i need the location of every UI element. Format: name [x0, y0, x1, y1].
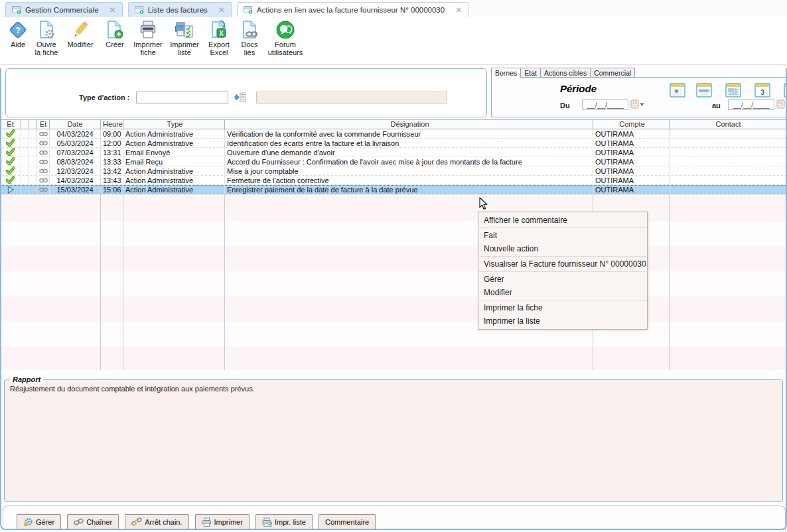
designation-cell: Identification des écarts entre la factu…	[225, 139, 593, 147]
context-menu-item[interactable]: Fait	[478, 229, 647, 242]
date-to-input[interactable]	[728, 100, 774, 110]
actions-table: Et Et Date Heure Type Désignation Compte…	[0, 119, 787, 370]
tab-label: Gestion Commerciale	[25, 6, 99, 14]
header-status[interactable]: Et	[0, 120, 21, 129]
table-row[interactable]: 15/03/2024 15:06 Action Administrative E…	[0, 185, 787, 194]
menu-separator	[479, 228, 646, 228]
header-designation[interactable]: Désignation	[225, 120, 593, 129]
user-forum-button[interactable]: Forum utilisateurs	[265, 19, 305, 57]
designation-cell: Enregistrer paiement de la date de factu…	[225, 185, 593, 194]
spacer-cell	[29, 148, 37, 157]
lookup-list-icon[interactable]	[234, 92, 246, 102]
button-label: Commentaire	[325, 518, 369, 526]
toolbar-label: Créer	[106, 41, 124, 49]
tab-actions-facture[interactable]: Actions en lien avec la facture fourniss…	[237, 2, 468, 17]
button-label: Gérer	[36, 518, 54, 526]
type-action-code-input[interactable]	[136, 92, 228, 103]
tab-close-icon[interactable]: ✕	[455, 6, 462, 14]
header-account[interactable]: Compte	[593, 120, 670, 129]
filter-panel: Type d'action :	[5, 68, 487, 117]
link-chain-icon	[39, 159, 48, 165]
table-row[interactable]: 04/03/2024 09:00 Action Administrative V…	[0, 129, 787, 139]
create-button[interactable]: Créer	[102, 19, 128, 49]
tab-commercial[interactable]: Commercial	[590, 68, 635, 78]
table-header: Et Et Date Heure Type Désignation Compte…	[0, 120, 787, 129]
gerer-button[interactable]: Gérer	[17, 514, 61, 529]
print-list-button[interactable]: Imprimer liste	[168, 19, 201, 57]
link-chain-icon	[39, 141, 48, 146]
type-cell: Action Administrative	[123, 139, 225, 147]
link-chain-icon	[39, 131, 48, 137]
rapport-text: Réajustement du document comptable et in…	[5, 383, 782, 394]
print-record-button[interactable]: Imprimer fiche	[131, 19, 165, 57]
calendar-year-icon[interactable]	[784, 82, 787, 98]
commentaire-button[interactable]: Commentaire	[319, 514, 376, 529]
link-cell	[37, 129, 50, 138]
document-gear-icon	[36, 20, 56, 40]
type-cell: Action Administrative	[123, 129, 225, 138]
imprimer-liste-button[interactable]: Impr. liste	[255, 514, 313, 529]
table-row[interactable]: 07/03/2024 13:31 Email Envoyé Ouverture …	[0, 148, 787, 157]
open-record-button[interactable]: Ouvre la fiche	[34, 19, 59, 57]
calendar-week-icon[interactable]	[696, 82, 712, 98]
header-link[interactable]: Et	[37, 120, 50, 129]
context-menu-item[interactable]: Gérer	[478, 273, 647, 286]
table-row[interactable]: 14/03/2024 13:43 Action Administrative F…	[0, 176, 787, 185]
date-to-picker-icon[interactable]	[776, 100, 787, 109]
link-chain-icon	[39, 168, 48, 174]
calendar-day-icon[interactable]	[670, 82, 685, 98]
account-cell: OUTIRAMA	[593, 157, 670, 166]
calendar-month-icon[interactable]	[725, 82, 741, 98]
arret-chainage-button[interactable]: Arrêt chain.	[125, 514, 188, 529]
designation-cell: Mise à jour comptable	[225, 166, 593, 175]
context-menu-item[interactable]: Imprimer la liste	[478, 314, 647, 328]
spacer-cell	[29, 157, 37, 166]
tab-close-icon[interactable]: ✕	[218, 6, 225, 14]
calendar-quarter-icon[interactable]: 3	[754, 82, 770, 98]
header-date[interactable]: Date	[50, 120, 101, 129]
spacer-cell	[29, 166, 37, 175]
table-row[interactable]: 05/03/2024 12:00 Action Administrative I…	[0, 139, 787, 148]
context-menu-item[interactable]: Imprimer la fiche	[478, 301, 647, 314]
date-from-input[interactable]	[582, 100, 628, 110]
help-button[interactable]: ? Aide	[5, 19, 31, 49]
context-menu-item[interactable]: Nouvelle action	[478, 242, 647, 255]
tab-bornes[interactable]: Bornes	[491, 68, 520, 78]
link-cell	[37, 157, 50, 166]
spacer-cell	[21, 185, 29, 194]
tab-liste-des-factures[interactable]: Liste des factures ✕	[128, 2, 232, 17]
toolbar-label: Export Excel	[204, 41, 234, 57]
link-cell	[37, 176, 50, 184]
modify-button[interactable]: Modifier	[62, 19, 98, 49]
context-menu-item[interactable]: Afficher le commentaire	[478, 214, 647, 227]
status-cell	[0, 176, 21, 184]
du-label: Du	[560, 101, 570, 109]
header-time[interactable]: Heure	[101, 120, 123, 129]
chainer-button[interactable]: Chaîner	[67, 514, 119, 529]
tab-gestion-commerciale[interactable]: Gestion Commerciale ✕	[5, 2, 123, 17]
date-from-picker-icon[interactable]	[630, 100, 645, 109]
contact-cell	[670, 176, 787, 184]
table-row[interactable]: 12/03/2024 13:42 Action Administrative M…	[0, 166, 787, 176]
link-chain-icon	[39, 150, 48, 155]
linked-docs-button[interactable]: Docs liés	[237, 19, 262, 57]
context-menu: Afficher le commentaire Fait Nouvelle ac…	[478, 212, 648, 330]
type-action-label: Type d'action :	[79, 94, 133, 101]
context-menu-item[interactable]: Visualiser la Facture fournisseur N° 000…	[478, 257, 647, 271]
tab-actions-cibles[interactable]: Actions cibles	[540, 68, 590, 78]
designation-cell: Fermeture de l'action corrective	[225, 176, 593, 184]
context-menu-item[interactable]: Modifier	[478, 286, 647, 299]
designation-cell: Ouverture d'une demande d'avoir	[225, 148, 593, 157]
tab-close-icon[interactable]: ✕	[109, 6, 116, 14]
export-excel-button[interactable]: X Export Excel	[204, 19, 234, 57]
header-contact[interactable]: Contact	[670, 120, 787, 129]
imprimer-button[interactable]: Imprimer	[195, 514, 250, 529]
table-row[interactable]: 08/03/2024 13:33 Email Reçu Accord du Fo…	[0, 157, 787, 166]
contact-cell	[670, 129, 787, 138]
tab-etat[interactable]: Etat	[520, 68, 540, 78]
rapport-section: Rapport Réajustement du document comptab…	[4, 375, 783, 502]
header-type[interactable]: Type	[123, 120, 225, 129]
time-cell: 13:43	[101, 176, 123, 184]
button-label: Imprimer	[214, 518, 243, 526]
spacer-cell	[21, 129, 29, 138]
